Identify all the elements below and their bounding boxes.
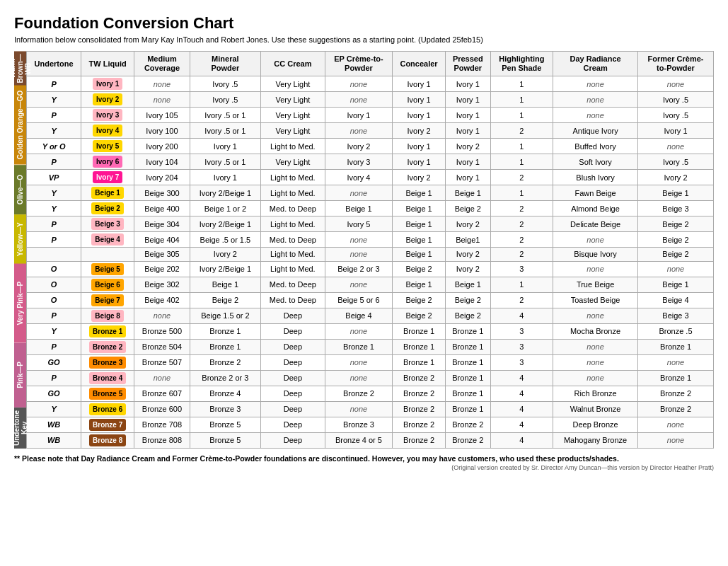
cell-undertone: Y xyxy=(27,323,81,339)
cell-cc: Light to Med. xyxy=(260,261,325,277)
cell-undertone: P xyxy=(27,232,81,248)
cell-min: Beige 1 xyxy=(190,277,260,292)
cell-former: Beige 1 xyxy=(638,277,714,292)
cell-pressed: Bronze 1 xyxy=(446,401,491,417)
cell-twliq: Ivory 5 xyxy=(81,139,134,154)
cell-cc: Light to Med. xyxy=(260,139,325,154)
cell-former: Ivory .5 xyxy=(638,154,714,170)
cell-former: none xyxy=(638,432,714,448)
cell-undertone: O xyxy=(27,261,81,277)
cell-dayrad: Toasted Beige xyxy=(553,292,638,308)
cell-hpen: 2 xyxy=(490,292,553,308)
cell-hpen: 2 xyxy=(490,123,553,139)
cell-min: Ivory 2/Beige 1 xyxy=(190,216,260,232)
cell-hpen: 2 xyxy=(490,201,553,216)
cell-ep: none xyxy=(325,232,392,248)
table-row: YBeige 2Beige 400Beige 1 or 2Med. to Dee… xyxy=(27,201,714,216)
cell-former: Beige 2 xyxy=(638,248,714,261)
cell-undertone: GO xyxy=(27,386,81,401)
table-row: PBronze 2Bronze 504Bronze 1DeepBronze 1B… xyxy=(27,339,714,354)
cell-hpen: 1 xyxy=(490,154,553,170)
cell-ep: Beige 2 or 3 xyxy=(325,261,392,277)
cell-con: Ivory 2 xyxy=(393,170,446,185)
cell-twliq: Ivory 2 xyxy=(81,92,134,108)
cell-twliq: Beige 7 xyxy=(81,292,134,308)
cell-med: Beige 304 xyxy=(134,216,190,232)
cell-min: Ivory .5 or 1 xyxy=(190,123,260,139)
cell-pressed: Beige 2 xyxy=(446,292,491,308)
table-row: YBronze 1Bronze 500Bronze 1DeepnoneBronz… xyxy=(27,323,714,339)
cell-dayrad: Rich Bronze xyxy=(553,386,638,401)
cell-undertone: Y or O xyxy=(27,139,81,154)
cell-hpen: 1 xyxy=(490,76,553,92)
cell-undertone: P xyxy=(27,339,81,354)
cell-former: none xyxy=(638,417,714,432)
cell-med: none xyxy=(134,92,190,108)
cell-cc: Med. to Deep xyxy=(260,201,325,216)
cell-undertone: O xyxy=(27,277,81,292)
cell-twliq: Beige 4 xyxy=(81,232,134,248)
table-row: PBeige 8noneBeige 1.5 or 2DeepBeige 4Bei… xyxy=(27,308,714,323)
cell-cc: Very Light xyxy=(260,154,325,170)
cell-hpen: 1 xyxy=(490,277,553,292)
cell-pressed: Ivory 1 xyxy=(446,76,491,92)
cell-pressed: Bronze 1 xyxy=(446,354,491,370)
cell-undertone: P xyxy=(27,108,81,123)
cell-former: Bronze 1 xyxy=(638,370,714,386)
col-medcov: MediumCoverage xyxy=(134,52,190,76)
cell-med: none xyxy=(134,308,190,323)
cell-con: Bronze 2 xyxy=(393,401,446,417)
cell-med: Beige 202 xyxy=(134,261,190,277)
cell-dayrad: Buffed Ivory xyxy=(553,139,638,154)
cell-dayrad: none xyxy=(553,76,638,92)
cell-undertone: O xyxy=(27,292,81,308)
cell-min: Bronze 4 xyxy=(190,386,260,401)
col-cccream: CC Cream xyxy=(260,52,325,76)
side-label-pink: Pink—P xyxy=(14,343,26,408)
cell-min: Ivory 2/Beige 1 xyxy=(190,185,260,201)
table-row: YIvory 4Ivory 100Ivory .5 or 1Very Light… xyxy=(27,123,714,139)
col-pressed: PressedPowder xyxy=(446,52,491,76)
cell-cc: Light to Med. xyxy=(260,216,325,232)
cell-con: Ivory 2 xyxy=(393,123,446,139)
cell-min: Ivory 2/Beige 1 xyxy=(190,261,260,277)
table-row: OBeige 7Beige 402Beige 2Med. to DeepBeig… xyxy=(27,292,714,308)
cell-dayrad: Walnut Bronze xyxy=(553,401,638,417)
cell-med: Beige 400 xyxy=(134,201,190,216)
cell-twliq: Bronze 4 xyxy=(81,370,134,386)
cell-twliq: Beige 3 xyxy=(81,216,134,232)
side-labels: Warm Brown—WB Golden Orange—GO Olive—O Y… xyxy=(14,51,26,449)
cell-min: Beige 1 or 2 xyxy=(190,201,260,216)
cell-min: Ivory 2 xyxy=(190,248,260,261)
cell-med: Ivory 100 xyxy=(134,123,190,139)
cell-min: Bronze 3 xyxy=(190,401,260,417)
cell-dayrad: Delicate Beige xyxy=(553,216,638,232)
col-undertone: Undertone xyxy=(27,52,81,76)
table-row: YBeige 1Beige 300Ivory 2/Beige 1Light to… xyxy=(27,185,714,201)
cell-cc: Deep xyxy=(260,401,325,417)
cell-undertone xyxy=(27,248,81,261)
cell-undertone: Y xyxy=(27,201,81,216)
cell-cc: Deep xyxy=(260,323,325,339)
cell-twliq: Bronze 7 xyxy=(81,417,134,432)
cell-undertone: GO xyxy=(27,354,81,370)
cell-undertone: VP xyxy=(27,170,81,185)
table-row: VPIvory 7Ivory 204Ivory 1Light to Med.Iv… xyxy=(27,170,714,185)
cell-hpen: 3 xyxy=(490,261,553,277)
table-row: PBeige 4Beige 404Beige .5 or 1.5Med. to … xyxy=(27,232,714,248)
subtitle: Information below consolidated from Mary… xyxy=(14,35,714,44)
cell-dayrad: none xyxy=(553,232,638,248)
cell-con: Ivory 1 xyxy=(393,154,446,170)
cell-con: Beige 1 xyxy=(393,248,446,261)
cell-twliq: Bronze 2 xyxy=(81,339,134,354)
cell-ep: none xyxy=(325,185,392,201)
cell-pressed: Beige 2 xyxy=(446,201,491,216)
cell-cc: Light to Med. xyxy=(260,170,325,185)
cell-hpen: 4 xyxy=(490,417,553,432)
col-minpow: MineralPowder xyxy=(190,52,260,76)
cell-undertone: Y xyxy=(27,123,81,139)
cell-med: Beige 404 xyxy=(134,232,190,248)
cell-ep: none xyxy=(325,323,392,339)
cell-cc: Deep xyxy=(260,417,325,432)
cell-pressed: Ivory 1 xyxy=(446,92,491,108)
